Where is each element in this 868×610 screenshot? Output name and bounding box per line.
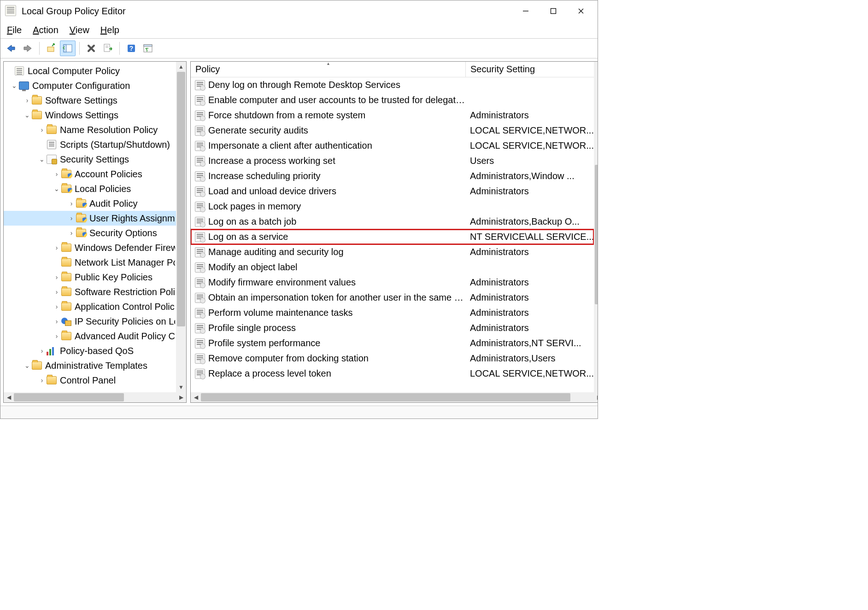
tree-node-advanced-audit[interactable]: › Advanced Audit Policy Configuration bbox=[4, 329, 176, 343]
tree-node-account-policies[interactable]: › Account Policies bbox=[4, 167, 176, 181]
list-item[interactable]: Enable computer and user accounts to be … bbox=[191, 93, 594, 108]
scroll-down-icon[interactable]: ▼ bbox=[176, 382, 186, 392]
folder-icon bbox=[61, 287, 72, 297]
tree-node-name-resolution[interactable]: › Name Resolution Policy bbox=[4, 122, 176, 137]
tree-label: Account Policies bbox=[75, 169, 142, 180]
list-item[interactable]: Perform volume maintenance tasksAdminist… bbox=[191, 305, 594, 320]
tree-node-computer-config[interactable]: ⌄ Computer Configuration bbox=[4, 78, 176, 93]
policy-icon bbox=[194, 141, 205, 151]
tree-node-security-settings[interactable]: ⌄ Security Settings bbox=[4, 152, 176, 167]
svg-rect-4 bbox=[47, 47, 54, 52]
folder-shield-icon bbox=[76, 213, 87, 223]
list-item[interactable]: Modify firmware environment valuesAdmini… bbox=[191, 275, 594, 290]
menu-action[interactable]: Action bbox=[33, 25, 59, 35]
tree-node-local-policies[interactable]: ⌄ Local Policies bbox=[4, 181, 176, 196]
tree-label: Public Key Policies bbox=[75, 272, 152, 283]
security-icon bbox=[46, 154, 57, 164]
scroll-up-icon[interactable]: ▲ bbox=[176, 62, 186, 72]
maximize-button[interactable] bbox=[540, 2, 567, 20]
list-item[interactable]: Force shutdown from a remote systemAdmin… bbox=[191, 108, 594, 123]
tree-node-admin-templates[interactable]: ⌄ Administrative Templates bbox=[4, 358, 176, 373]
list-item[interactable]: Profile single processAdministrators bbox=[191, 320, 594, 336]
policy-setting: Administrators,Window ... bbox=[465, 171, 594, 181]
list-item[interactable]: Replace a process level tokenLOCAL SERVI… bbox=[191, 366, 594, 381]
policy-icon bbox=[194, 354, 205, 364]
list-item[interactable]: Log on as a batch jobAdministrators,Back… bbox=[191, 214, 594, 229]
up-button[interactable] bbox=[43, 41, 59, 56]
tree-node-windows-defender[interactable]: › Windows Defender Firewall with Advance… bbox=[4, 240, 176, 255]
tree-node-network-list[interactable]: Network List Manager Policies bbox=[4, 255, 176, 270]
policy-name: Log on as a service bbox=[208, 232, 465, 242]
scroll-right-icon[interactable]: ▶ bbox=[594, 392, 598, 402]
scroll-up-icon[interactable]: ▲ bbox=[594, 62, 598, 72]
policy-setting: NT SERVICE\ALL SERVICE... bbox=[465, 232, 594, 242]
list-item[interactable]: Increase a process working setUsers bbox=[191, 153, 594, 168]
policy-setting: LOCAL SERVICE,NETWOR... bbox=[465, 140, 594, 151]
menu-help[interactable]: Help bbox=[100, 25, 119, 35]
tree-vertical-scrollbar[interactable]: ▲ ▼ bbox=[176, 62, 186, 392]
list-item[interactable]: Increase scheduling priorityAdministrato… bbox=[191, 168, 594, 184]
column-header-setting[interactable]: Security Setting bbox=[465, 62, 594, 77]
policy-name: Modify an object label bbox=[208, 262, 465, 273]
policy-name: Generate security audits bbox=[208, 125, 465, 136]
list-item[interactable]: Remove computer from docking stationAdmi… bbox=[191, 351, 594, 366]
list-vertical-scrollbar[interactable]: ▲ ▼ bbox=[594, 62, 598, 392]
tree-node-windows-settings[interactable]: ⌄ Windows Settings bbox=[4, 108, 176, 122]
tree-label: Scripts (Startup/Shutdown) bbox=[60, 139, 170, 150]
filter-button[interactable] bbox=[140, 41, 156, 56]
tree-node-audit-policy[interactable]: › Audit Policy bbox=[4, 196, 176, 211]
minimize-button[interactable] bbox=[512, 2, 540, 20]
tree-label: Security Options bbox=[89, 228, 157, 238]
folder-icon bbox=[31, 95, 42, 105]
policy-name: Load and unload device drivers bbox=[208, 186, 465, 197]
policy-icon bbox=[194, 171, 205, 181]
forward-button[interactable] bbox=[20, 41, 35, 56]
tree-label: IP Security Policies on Local Computer bbox=[75, 316, 175, 327]
tree-label: Control Panel bbox=[60, 375, 116, 386]
close-button[interactable] bbox=[567, 2, 595, 20]
tree[interactable]: Local Computer Policy ⌄ Computer Configu… bbox=[4, 62, 176, 392]
scroll-left-icon[interactable]: ◀ bbox=[4, 392, 14, 402]
tree-label: Local Computer Policy bbox=[28, 66, 120, 76]
list-item[interactable]: Manage auditing and security logAdminist… bbox=[191, 244, 594, 260]
tree-node-ip-security[interactable]: › IP Security Policies on Local Computer bbox=[4, 314, 176, 329]
folder-icon bbox=[31, 110, 42, 120]
delete-button[interactable] bbox=[83, 41, 99, 56]
menu-view[interactable]: View bbox=[70, 25, 89, 35]
tree-node-user-rights[interactable]: › User Rights Assignment bbox=[4, 211, 176, 226]
tree-node-app-control[interactable]: › Application Control Policies bbox=[4, 299, 176, 314]
export-button[interactable] bbox=[100, 41, 116, 56]
list-item[interactable]: Deny log on through Remote Desktop Servi… bbox=[191, 77, 594, 93]
scroll-right-icon[interactable]: ▶ bbox=[176, 392, 186, 402]
tree-node-software-settings[interactable]: › Software Settings bbox=[4, 93, 176, 108]
tree-node-software-restriction[interactable]: › Software Restriction Policies bbox=[4, 285, 176, 299]
list-item[interactable]: Load and unload device driversAdministra… bbox=[191, 184, 594, 199]
tree-node-root[interactable]: Local Computer Policy bbox=[4, 64, 176, 78]
list-horizontal-scrollbar[interactable]: ◀ ▶ bbox=[191, 392, 598, 402]
tree-node-policy-qos[interactable]: › Policy-based QoS bbox=[4, 343, 176, 358]
column-header-policy[interactable]: ▴ Policy bbox=[191, 62, 465, 77]
list-item[interactable]: Profile system performanceAdministrators… bbox=[191, 336, 594, 351]
list-item[interactable]: Generate security auditsLOCAL SERVICE,NE… bbox=[191, 123, 594, 138]
scroll-down-icon[interactable]: ▼ bbox=[594, 382, 598, 392]
policy-name: Enable computer and user accounts to be … bbox=[208, 95, 465, 105]
list-item[interactable]: Obtain an impersonation token for anothe… bbox=[191, 290, 594, 305]
tree-horizontal-scrollbar[interactable]: ◀ ▶ bbox=[4, 392, 186, 402]
list-item[interactable]: Impersonate a client after authenticatio… bbox=[191, 138, 594, 153]
tree-node-scripts[interactable]: Scripts (Startup/Shutdown) bbox=[4, 137, 176, 152]
list-header: ▴ Policy Security Setting bbox=[191, 62, 594, 77]
list-panel: ▴ Policy Security Setting Deny log on th… bbox=[190, 61, 598, 403]
back-button[interactable] bbox=[3, 41, 19, 56]
list-item[interactable]: Modify an object label bbox=[191, 260, 594, 275]
tree-node-public-key[interactable]: › Public Key Policies bbox=[4, 270, 176, 285]
list-item[interactable]: Log on as a serviceNT SERVICE\ALL SERVIC… bbox=[191, 229, 594, 244]
show-hide-tree-button[interactable] bbox=[60, 41, 76, 56]
tree-node-security-options[interactable]: › Security Options bbox=[4, 226, 176, 240]
menu-file[interactable]: File bbox=[7, 25, 22, 35]
list-item[interactable]: Lock pages in memory bbox=[191, 199, 594, 214]
svg-rect-7 bbox=[104, 44, 110, 52]
help-button[interactable]: ? bbox=[123, 41, 139, 56]
tree-node-control-panel[interactable]: › Control Panel bbox=[4, 373, 176, 388]
policy-icon bbox=[194, 156, 205, 166]
scroll-left-icon[interactable]: ◀ bbox=[191, 392, 201, 402]
